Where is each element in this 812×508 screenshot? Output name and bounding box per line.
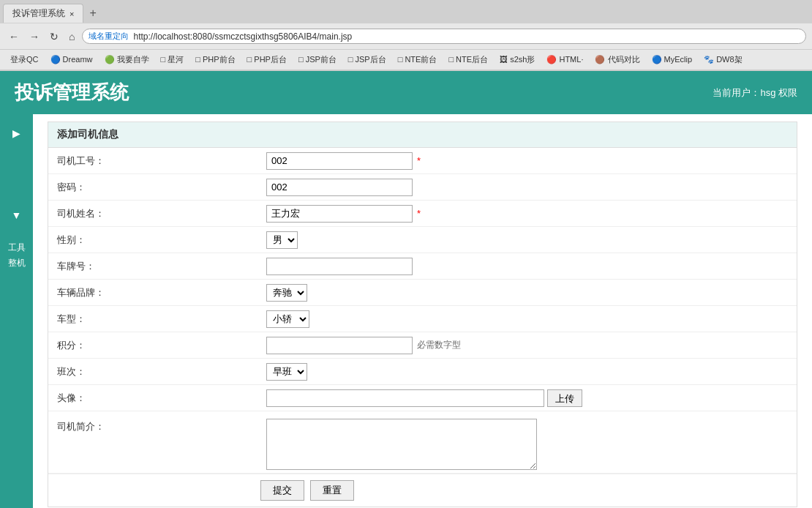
label-model: 车型： <box>48 308 260 330</box>
reset-button[interactable]: 重置 <box>310 480 354 501</box>
form-row-plate: 车牌号： <box>48 253 797 280</box>
input-id[interactable] <box>266 152 413 170</box>
avatar-path-input[interactable] <box>266 389 544 407</box>
browser-tabs: 投诉管理系统 × + <box>0 0 812 23</box>
bookmark-dw8[interactable]: 🐾 DW8架 <box>699 53 747 67</box>
upload-button[interactable]: 上传 <box>547 389 582 407</box>
form-row-model: 车型： 小轿 SUV MPV 客车 <box>48 306 797 332</box>
field-intro <box>260 416 797 473</box>
sidebar-machine-label: 整机 <box>8 257 26 269</box>
address-label: 域名重定向 <box>89 31 129 42</box>
sidebar: ▶ ▼ 工具 整机 <box>0 114 33 508</box>
required-id: * <box>417 155 421 166</box>
form-row-intro: 司机简介： <box>48 411 797 474</box>
label-gender: 性别： <box>48 229 260 251</box>
content-area: 添加司机信息 司机工号： * 密码： <box>33 114 812 508</box>
input-name[interactable] <box>266 205 413 223</box>
browser-toolbar: ← → ↻ ⌂ 域名重定向 <box>0 23 812 50</box>
bookmark-jsp-front[interactable]: □ JSP前台 <box>294 53 341 67</box>
field-plate <box>260 255 797 278</box>
forward-button[interactable]: → <box>26 29 42 44</box>
bookmark-dengluqc[interactable]: 登录QC <box>6 53 43 67</box>
address-input[interactable] <box>133 31 800 42</box>
form-row-id: 司机工号： * <box>48 148 797 174</box>
field-id: * <box>260 149 797 173</box>
field-shift: 早班 中班 晚班 <box>260 360 797 384</box>
bookmark-s2sh[interactable]: 🖼 s2sh形 <box>495 53 539 67</box>
textarea-intro[interactable] <box>266 419 537 470</box>
select-brand[interactable]: 奔驰 宝马 奥迪 大众 丰田 <box>266 284 307 302</box>
input-password[interactable] <box>266 179 413 196</box>
form-row-score: 积分： 必需数字型 <box>48 332 797 359</box>
home-button[interactable]: ⌂ <box>66 29 78 44</box>
input-score[interactable] <box>266 337 413 354</box>
label-brand: 车辆品牌： <box>48 282 260 304</box>
select-gender[interactable]: 男 女 <box>266 231 298 249</box>
field-name: * <box>260 202 797 225</box>
submit-button[interactable]: 提交 <box>260 480 304 501</box>
browser-chrome: 投诉管理系统 × + ← → ↻ ⌂ 域名重定向 登录QC 🔵 Dreamw 🟢… <box>0 0 812 71</box>
label-password: 密码： <box>48 176 260 198</box>
page-title: 投诉管理系统 <box>15 80 129 105</box>
refresh-button[interactable]: ↻ <box>47 29 61 44</box>
label-plate: 车牌号： <box>48 255 260 277</box>
select-shift[interactable]: 早班 中班 晚班 <box>266 363 307 381</box>
form-row-gender: 性别： 男 女 <box>48 227 797 253</box>
new-tab-button[interactable]: + <box>83 4 102 23</box>
bookmark-jsp-back[interactable]: □ JSP后台 <box>344 53 391 67</box>
form-buttons: 提交 重置 <box>48 474 797 507</box>
form-row-avatar: 头像： 上传 <box>48 385 797 411</box>
field-score: 必需数字型 <box>260 334 797 357</box>
bookmark-dreamw[interactable]: 🔵 Dreamw <box>46 53 97 66</box>
input-plate[interactable] <box>266 258 413 275</box>
label-intro: 司机简介： <box>48 416 260 438</box>
score-hint: 必需数字型 <box>417 339 461 351</box>
form-section: 添加司机信息 司机工号： * 密码： <box>48 122 797 507</box>
tab-title: 投诉管理系统 <box>12 7 65 20</box>
sidebar-arrow-up[interactable]: ▶ <box>12 122 20 145</box>
back-button[interactable]: ← <box>6 29 22 44</box>
header-user: 当前用户：hsg 权限 <box>713 86 797 100</box>
page-wrapper: 投诉管理系统 当前用户：hsg 权限 ▶ ▼ 工具 整机 添加司机信息 司机工号… <box>0 71 812 508</box>
browser-tab[interactable]: 投诉管理系统 × <box>3 4 83 23</box>
form-section-title: 添加司机信息 <box>48 122 797 148</box>
label-name: 司机姓名： <box>48 203 260 225</box>
file-input-row: 上传 <box>266 389 582 407</box>
field-password <box>260 176 797 199</box>
label-score: 积分： <box>48 335 260 356</box>
browser-bookmarks: 登录QC 🔵 Dreamw 🟢 我要自学 □ 星河 □ PHP前台 □ PHP后… <box>0 50 812 70</box>
bookmark-nte-front[interactable]: □ NTE前台 <box>394 53 442 67</box>
sidebar-arrow-down[interactable]: ▼ <box>12 203 22 227</box>
field-model: 小轿 SUV MPV 客车 <box>260 307 797 331</box>
main-layout: ▶ ▼ 工具 整机 添加司机信息 司机工号： * <box>0 114 812 508</box>
bookmark-myeclipse[interactable]: 🔵 MyEclip <box>647 53 697 66</box>
select-model[interactable]: 小轿 SUV MPV 客车 <box>266 310 309 328</box>
label-avatar: 头像： <box>48 387 260 409</box>
bookmark-html[interactable]: 🔴 HTML· <box>542 53 587 66</box>
sidebar-tools-section: 工具 整机 <box>8 242 26 269</box>
bookmark-php-back[interactable]: □ PHP后台 <box>243 53 291 67</box>
form-row-brand: 车辆品牌： 奔驰 宝马 奥迪 大众 丰田 <box>48 280 797 306</box>
tab-close-button[interactable]: × <box>69 10 74 18</box>
label-id: 司机工号： <box>48 150 260 172</box>
bookmark-xinghe[interactable]: □ 星河 <box>157 53 189 67</box>
sidebar-tools-label: 工具 <box>8 242 26 254</box>
bookmark-nte-back[interactable]: □ NTE后台 <box>444 53 492 67</box>
field-gender: 男 女 <box>260 228 797 252</box>
form-row-name: 司机姓名： * <box>48 201 797 227</box>
field-brand: 奔驰 宝马 奥迪 大众 丰田 <box>260 281 797 305</box>
form-row-password: 密码： <box>48 174 797 201</box>
bookmark-php-front[interactable]: □ PHP前台 <box>191 53 239 67</box>
form-row-shift: 班次： 早班 中班 晚班 <box>48 359 797 385</box>
address-bar-container: 域名重定向 <box>82 29 806 44</box>
page-header: 投诉管理系统 当前用户：hsg 权限 <box>0 71 812 114</box>
field-avatar: 上传 <box>260 386 797 410</box>
required-name: * <box>417 208 421 219</box>
bookmark-code-compare[interactable]: 🟤 代码对比 <box>590 53 644 67</box>
bookmark-woyaozixue[interactable]: 🟢 我要自学 <box>100 53 154 67</box>
label-shift: 班次： <box>48 361 260 383</box>
